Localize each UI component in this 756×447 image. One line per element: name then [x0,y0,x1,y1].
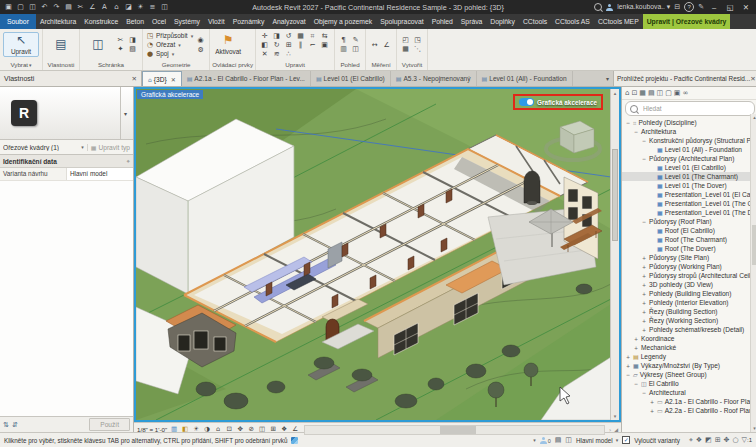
tree-item[interactable]: ▦ Presentation_Level 01 (The Ch [622,199,756,208]
tree-item[interactable]: + Řezy (Working Section) [622,316,756,325]
expand-icon[interactable]: + [641,272,647,279]
clipboard-tool-icon[interactable]: ▧ [127,45,138,53]
clipboard-tool-icon[interactable]: ✂ [115,36,126,44]
type-selector[interactable]: R ▾ [0,87,133,140]
tree-item[interactable]: − ▱ Výkresy (Sheet Group) [622,370,756,379]
browser-search[interactable] [625,101,755,116]
create-tool-icon[interactable]: ▦ [400,45,411,53]
help-icon[interactable]: ? [684,2,694,12]
modify-tool-icon[interactable]: ∥ [295,41,306,49]
view-tool-icon[interactable]: ◫ [350,45,361,53]
ribbon-tab[interactable]: Konstrukce [80,14,122,29]
selection-toggle-icon[interactable]: ⌖ [689,436,693,444]
geometry-tool-icon[interactable]: ◉ [195,36,206,44]
pencil-icon[interactable]: ✎ [698,3,704,11]
ribbon-tab[interactable]: CCtools AS [551,14,594,29]
scroll-down-icon[interactable]: ▾ [751,425,756,432]
close-icon[interactable]: ✕ [750,75,755,83]
modify-tool-icon[interactable]: ⌐ [307,41,318,49]
browser-toolbar-icon[interactable]: ◫ [657,87,664,99]
tree-item[interactable]: − ◫ El Cabrillo [622,379,756,388]
design-options-icon[interactable]: ◫ [565,436,572,444]
cope-button[interactable]: ◳ Přizpůsobit ▾ [146,32,193,40]
close-button[interactable]: ✕ [740,3,752,12]
exclude-options-label[interactable]: Vyloučit varianty [634,437,680,444]
view-tool-icon[interactable]: ¶ [338,36,349,44]
expand-icon[interactable]: + [633,344,639,351]
user-icon[interactable] [606,4,613,11]
geometry-tool-icon[interactable]: ⚙ [195,46,206,54]
ribbon-tab[interactable]: Systémy [170,14,204,29]
search-input[interactable] [641,104,725,113]
tree-item[interactable]: − ⌗ Pohledy (Discipline) [622,118,756,127]
browser-toolbar-icon[interactable]: ∞ [682,87,688,99]
quick-access-icon[interactable]: ◫ [27,0,38,14]
tree-item[interactable]: + ▭ A2.1a - El Cabrillo - Floor Plan - L… [622,397,756,406]
ribbon-tab[interactable]: Doplňky [486,14,519,29]
modify-tool-icon[interactable]: ✕ [259,50,270,58]
ribbon-tab[interactable]: Beton [122,14,148,29]
tree-item[interactable]: + ▦ Výkazy/Množství (By Type) [622,361,756,370]
tree-item[interactable]: + Koordinace [622,334,756,343]
quick-access-icon[interactable]: A [99,0,110,14]
expand-icon[interactable]: + [641,326,647,333]
selection-filter[interactable]: ▽ :1 [742,436,752,444]
tree-item[interactable]: + Pohledy schémat/kreseb (Detail) [622,325,756,334]
quick-access-icon[interactable]: ∠ [87,0,98,14]
tree-item[interactable]: − Architektura [622,127,756,136]
expand-icon[interactable]: + [649,407,655,414]
tree-item[interactable]: ▦ Presentation_Level 01 (El Cabri [622,190,756,199]
tree-item[interactable]: + Pohledy (Interior Elevation) [622,298,756,307]
viewport-horizontal-scrollbar[interactable] [304,425,605,435]
tree-item[interactable]: + Mechanické [622,343,756,352]
tree-item[interactable]: ▦ Roof (The Charmant) [622,235,756,244]
ribbon-tab[interactable]: Architektura [36,14,80,29]
modify-tool-icon[interactable]: ◧ [259,41,270,49]
ribbon-tab[interactable]: Analyzovat [268,14,309,29]
tree-item[interactable]: − Půdorysy (Roof Plan) [622,217,756,226]
measure-tool-icon[interactable]: ∠ [381,41,392,49]
ribbon-tab[interactable]: Objemy a pozemek [310,14,377,29]
quick-access-icon[interactable]: ✂ [75,0,86,14]
tree-item[interactable]: + ▭ A2.2a - El Cabrillo - Roof Plan [622,406,756,415]
view-tab[interactable]: ▤ A2.1a - El Cabrillo - Floor Plan - Lev… [182,71,311,86]
ribbon-tab[interactable]: CCtools MEP [594,14,643,29]
parameter-row[interactable]: Varianta návrhu Hlavní model [0,168,133,181]
tree-item[interactable]: ▦ Roof (El Cabrillo) [622,226,756,235]
expand-icon[interactable]: + [633,335,639,342]
clipboard-tool-icon[interactable]: ◨ [127,36,138,44]
quick-access-icon[interactable]: ⌂ [111,0,122,14]
ribbon-tab[interactable]: Pohled [428,14,457,29]
tree-item[interactable]: − Půdorysy (Architectural Plan) [622,154,756,163]
tree-item[interactable]: + Půdorysy (Working Plan) [622,262,756,271]
view-tab[interactable]: ▤ Level 01 (All) - Foundation [477,71,573,86]
expand-icon[interactable]: − [641,389,647,396]
scrollbar-thumb[interactable] [612,149,618,241]
cart-icon[interactable]: ⊟ [674,3,680,11]
expand-icon[interactable]: − [641,218,647,225]
sort-icon[interactable]: ⇅ [3,421,9,429]
modify-tool-icon[interactable]: ∴ [283,50,294,58]
view-tab-close-icon[interactable]: ✕ [171,76,176,83]
tree-item[interactable]: + 3D pohledy (3D View) [622,280,756,289]
expand-icon[interactable]: + [649,398,655,405]
drawing-area[interactable]: Grafická akcelerace Grafická akcelerace … [134,87,621,422]
expand-icon[interactable]: − [625,371,631,378]
apply-button[interactable]: Použít [89,418,130,431]
selection-toggle-icon[interactable]: ⊞ [715,436,721,444]
parameter-value[interactable]: Hlavní model [67,168,133,180]
active-design-option[interactable]: Hlavní model ▾ [576,437,618,444]
worksharing-users[interactable]: 0 [540,437,551,444]
browser-toolbar-icon[interactable]: ▤ [648,87,655,99]
ribbon-tab[interactable]: Upravit | Ořezové kvádry [643,14,731,29]
search-icon[interactable] [594,3,602,11]
browser-toolbar-icon[interactable]: ⌂ [625,87,629,99]
ribbon-tab[interactable]: CCtools [519,14,551,29]
modify-button[interactable]: ↖ Upravit [3,32,39,57]
exclude-options-checkbox[interactable]: ✓ [622,436,630,444]
scrollbar-thumb[interactable] [752,225,756,265]
modify-tool-icon[interactable]: ⌗ [307,32,318,40]
modify-tool-icon[interactable]: ↻ [271,41,282,49]
quick-access-icon[interactable]: ≡ [147,0,158,14]
view-tool-icon[interactable]: ✎ [350,36,361,44]
